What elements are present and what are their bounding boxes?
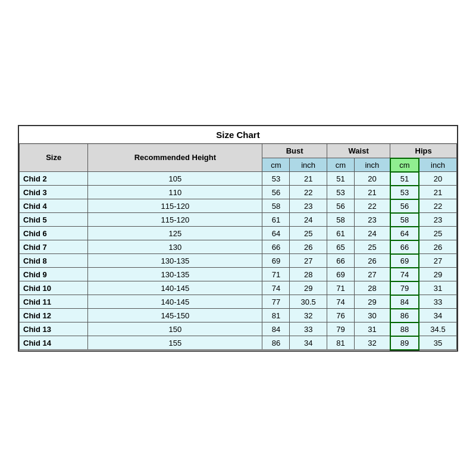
- hips-inch-cell: 34: [419, 309, 457, 322]
- waist-cm-cell: 61: [327, 227, 354, 240]
- waist-cm-cell: 65: [327, 240, 354, 254]
- bust-cm-cell: 56: [262, 186, 290, 199]
- hips-cm-cell: 84: [390, 295, 419, 309]
- bust-header: Bust: [262, 143, 327, 158]
- header-row-1: Size Recommended Height Bust Waist Hips: [20, 143, 457, 158]
- bust-inch-cell: 26: [290, 240, 327, 254]
- waist-cm-header: cm: [327, 158, 354, 172]
- waist-inch-cell: 20: [354, 172, 390, 186]
- waist-inch-cell: 26: [354, 254, 390, 268]
- bust-inch-cell: 25: [290, 227, 327, 240]
- waist-inch-cell: 29: [354, 295, 390, 309]
- table-row: Chid 5115-120612458235823: [20, 213, 457, 227]
- bust-inch-cell: 27: [290, 254, 327, 268]
- hips-inch-cell: 26: [419, 240, 457, 254]
- table-row: Chid 14155863481328935: [20, 336, 457, 350]
- waist-cm-cell: 69: [327, 268, 354, 281]
- hips-inch-cell: 25: [419, 227, 457, 240]
- size-cell: Chid 7: [20, 240, 88, 254]
- waist-inch-header: inch: [354, 158, 390, 172]
- size-cell: Chid 4: [20, 199, 88, 213]
- bust-inch-cell: 30.5: [290, 295, 327, 309]
- size-cell: Chid 9: [20, 268, 88, 281]
- hips-cm-cell: 64: [390, 227, 419, 240]
- waist-inch-cell: 28: [354, 281, 390, 295]
- table-row: Chid 11140-1457730.574298433: [20, 295, 457, 309]
- hips-cm-cell: 74: [390, 268, 419, 281]
- height-header: Recommended Height: [88, 143, 262, 172]
- hips-cm-cell: 69: [390, 254, 419, 268]
- bust-cm-cell: 71: [262, 268, 290, 281]
- bust-inch-cell: 21: [290, 172, 327, 186]
- bust-cm-cell: 77: [262, 295, 290, 309]
- bust-cm-header: cm: [262, 158, 290, 172]
- hips-inch-cell: 34.5: [419, 322, 457, 336]
- hips-cm-cell: 88: [390, 322, 419, 336]
- table-row: Chid 6125642561246425: [20, 227, 457, 240]
- bust-cm-cell: 81: [262, 309, 290, 322]
- waist-cm-cell: 66: [327, 254, 354, 268]
- size-cell: Chid 5: [20, 213, 88, 227]
- bust-cm-cell: 74: [262, 281, 290, 295]
- waist-cm-cell: 53: [327, 186, 354, 199]
- waist-cm-cell: 81: [327, 336, 354, 350]
- hips-cm-cell: 66: [390, 240, 419, 254]
- hips-header: Hips: [390, 143, 457, 158]
- bust-cm-cell: 69: [262, 254, 290, 268]
- bust-cm-cell: 64: [262, 227, 290, 240]
- hips-cm-cell: 53: [390, 186, 419, 199]
- hips-cm-cell: 51: [390, 172, 419, 186]
- waist-inch-cell: 31: [354, 322, 390, 336]
- bust-inch-cell: 33: [290, 322, 327, 336]
- hips-inch-cell: 35: [419, 336, 457, 350]
- bust-cm-cell: 66: [262, 240, 290, 254]
- size-cell: Chid 2: [20, 172, 88, 186]
- height-cell: 130-135: [88, 254, 262, 268]
- waist-cm-cell: 74: [327, 295, 354, 309]
- height-cell: 115-120: [88, 199, 262, 213]
- waist-inch-cell: 24: [354, 227, 390, 240]
- bust-cm-cell: 53: [262, 172, 290, 186]
- bust-cm-cell: 61: [262, 213, 290, 227]
- size-chart-container: Size Chart Size Recommended Height Bust …: [18, 125, 458, 352]
- hips-inch-cell: 31: [419, 281, 457, 295]
- height-cell: 150: [88, 322, 262, 336]
- size-cell: Chid 14: [20, 336, 88, 350]
- table-row: Chid 3110562253215321: [20, 186, 457, 199]
- table-row: Chid 4115-120582356225622: [20, 199, 457, 213]
- bust-cm-cell: 86: [262, 336, 290, 350]
- height-cell: 145-150: [88, 309, 262, 322]
- bust-inch-cell: 28: [290, 268, 327, 281]
- waist-header: Waist: [327, 143, 390, 158]
- hips-cm-cell: 89: [390, 336, 419, 350]
- height-cell: 125: [88, 227, 262, 240]
- hips-inch-cell: 20: [419, 172, 457, 186]
- size-cell: Chid 13: [20, 322, 88, 336]
- hips-inch-header: inch: [419, 158, 457, 172]
- size-cell: Chid 6: [20, 227, 88, 240]
- waist-inch-cell: 22: [354, 199, 390, 213]
- bust-inch-header: inch: [290, 158, 327, 172]
- waist-inch-cell: 23: [354, 213, 390, 227]
- title-row: Size Chart: [20, 126, 457, 144]
- bust-inch-cell: 34: [290, 336, 327, 350]
- size-cell: Chid 10: [20, 281, 88, 295]
- hips-inch-cell: 33: [419, 295, 457, 309]
- height-cell: 105: [88, 172, 262, 186]
- waist-cm-cell: 56: [327, 199, 354, 213]
- hips-cm-cell: 86: [390, 309, 419, 322]
- hips-inch-cell: 29: [419, 268, 457, 281]
- size-cell: Chid 8: [20, 254, 88, 268]
- height-cell: 140-145: [88, 295, 262, 309]
- bust-inch-cell: 29: [290, 281, 327, 295]
- table-row: Chid 7130662665256626: [20, 240, 457, 254]
- waist-cm-cell: 51: [327, 172, 354, 186]
- table-title: Size Chart: [20, 126, 457, 144]
- hips-inch-cell: 22: [419, 199, 457, 213]
- waist-cm-cell: 76: [327, 309, 354, 322]
- bust-cm-cell: 84: [262, 322, 290, 336]
- height-cell: 130: [88, 240, 262, 254]
- size-cell: Chid 12: [20, 309, 88, 322]
- size-cell: Chid 11: [20, 295, 88, 309]
- hips-cm-cell: 56: [390, 199, 419, 213]
